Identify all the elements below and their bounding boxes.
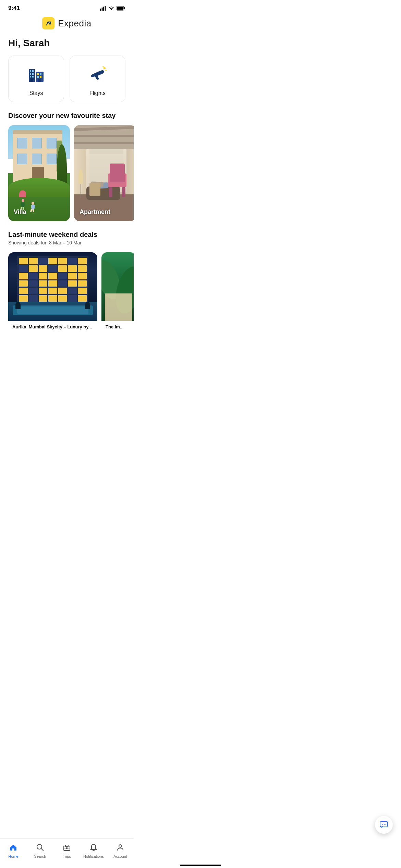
last-minute-section: Last-minute weekend deals Showing deals … <box>0 231 134 252</box>
svg-point-23 <box>104 67 106 69</box>
stays-card[interactable]: Stays <box>8 56 64 102</box>
svg-rect-3 <box>105 6 106 11</box>
svg-rect-0 <box>100 9 101 11</box>
svg-rect-8 <box>45 20 52 27</box>
aurika-name: Aurika, Mumbai Skycity – Luxury by... <box>8 321 97 331</box>
second-deal-name: The Im... <box>101 321 134 331</box>
apartment-card[interactable]: Apartment <box>74 125 134 221</box>
aurika-deal-card[interactable]: Aurika, Mumbai Skycity – Luxury by... <box>8 252 97 331</box>
svg-rect-1 <box>102 8 103 11</box>
stays-label: Stays <box>29 90 43 96</box>
flights-label: Flights <box>89 90 106 96</box>
signal-icon <box>100 6 106 11</box>
svg-rect-20 <box>37 76 39 78</box>
discover-section: Discover your new favourite stay <box>0 112 134 231</box>
flights-card[interactable]: Flights <box>70 56 125 102</box>
greeting-text: Hi, Sarah <box>8 38 50 48</box>
svg-rect-16 <box>31 79 33 82</box>
svg-rect-2 <box>103 7 104 11</box>
apartment-label: Apartment <box>80 208 110 216</box>
svg-rect-18 <box>37 73 39 75</box>
discover-title: Discover your new favourite stay <box>0 112 134 125</box>
villa-label: Villa <box>14 208 26 216</box>
svg-rect-15 <box>32 76 34 77</box>
villa-card[interactable]: Villa <box>8 125 70 221</box>
wifi-icon <box>108 6 114 11</box>
aurika-image <box>8 252 97 321</box>
battery-icon <box>117 6 125 11</box>
last-minute-title: Last-minute weekend deals <box>8 231 125 239</box>
svg-point-25 <box>102 66 104 68</box>
discover-scroll[interactable]: Villa <box>0 125 134 231</box>
stays-icon <box>27 64 46 86</box>
app-header: Expedia <box>0 14 134 35</box>
svg-point-24 <box>105 70 107 71</box>
second-deal-image <box>101 252 134 321</box>
categories-section: Stays Flights <box>0 56 134 112</box>
status-bar: 9:41 <box>0 0 134 14</box>
svg-rect-21 <box>40 76 41 78</box>
greeting-section: Hi, Sarah <box>0 35 134 56</box>
status-time: 9:41 <box>8 5 20 12</box>
svg-point-4 <box>111 9 112 10</box>
logo-text: Expedia <box>58 18 91 29</box>
svg-rect-11 <box>32 70 34 72</box>
status-icons <box>100 6 125 11</box>
svg-rect-12 <box>30 73 31 75</box>
expedia-logo: Expedia <box>42 17 91 29</box>
svg-rect-7 <box>117 7 124 10</box>
svg-rect-6 <box>124 7 125 9</box>
last-minute-subtitle: Showing deals for: 8 Mar – 10 Mar <box>8 240 125 245</box>
svg-rect-19 <box>40 73 41 75</box>
svg-rect-10 <box>30 70 31 72</box>
deals-scroll[interactable]: Aurika, Mumbai Skycity – Luxury by... Th… <box>0 252 134 336</box>
second-deal-card[interactable]: The Im... <box>101 252 134 331</box>
flights-icon <box>87 64 108 86</box>
svg-rect-13 <box>32 73 34 75</box>
logo-icon <box>42 17 54 29</box>
svg-rect-22 <box>38 79 41 82</box>
svg-rect-14 <box>30 76 31 77</box>
